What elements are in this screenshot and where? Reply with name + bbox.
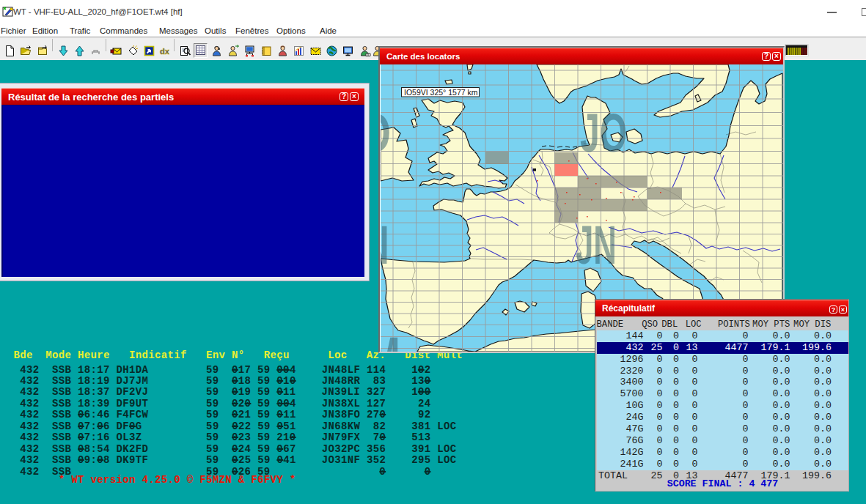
svg-text:IO: IO xyxy=(381,103,391,163)
svg-text:dx: dx xyxy=(160,47,170,56)
svg-text:JN: JN xyxy=(576,215,617,275)
svg-text:IN: IN xyxy=(381,215,389,275)
svg-text:IO59VI 325° 1577 km: IO59VI 325° 1577 km xyxy=(404,88,478,97)
svg-text:IM: IM xyxy=(381,326,400,352)
svg-text:JO: JO xyxy=(580,103,627,163)
